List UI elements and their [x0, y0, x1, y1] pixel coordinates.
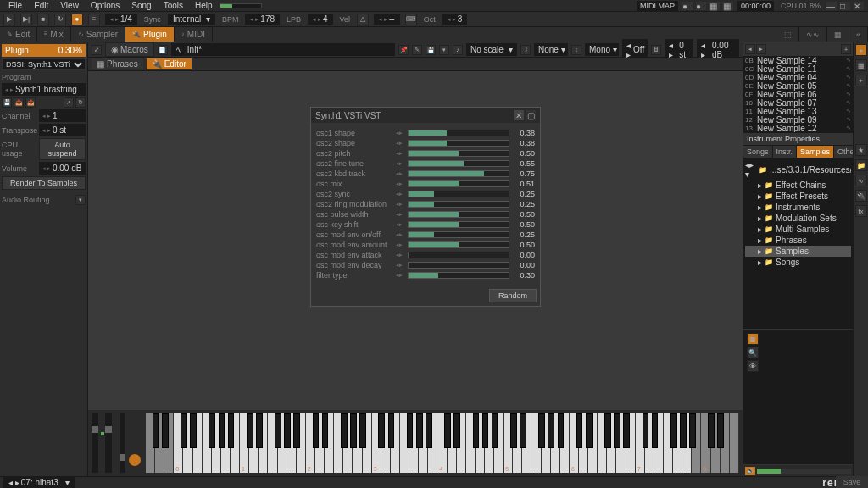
black-key[interactable] [313, 413, 320, 448]
black-key[interactable] [341, 413, 348, 448]
play-button[interactable]: ▶ [3, 14, 15, 25]
black-key[interactable] [604, 413, 611, 448]
tree-item[interactable]: ▸📁Multi-Samples [745, 224, 851, 235]
vel-toggle[interactable]: △ [357, 14, 369, 25]
instrument-dropdown[interactable]: DSSI: Synth1 VSTi VST [2, 58, 86, 70]
channel-value[interactable]: ◂ ▸1 [39, 109, 86, 122]
instrument-row[interactable]: 12New Sample 09∿ [743, 115, 853, 124]
black-key[interactable] [473, 413, 480, 448]
black-key[interactable] [153, 413, 159, 448]
routing-expand-icon[interactable]: ▾ [75, 195, 86, 205]
pin-icon[interactable]: 📌 [398, 45, 409, 55]
black-key[interactable] [219, 413, 225, 448]
tree-path[interactable]: ◂▸ ▾📁...se/3.3.1/Resources/Library/ [745, 159, 851, 180]
menu-song[interactable]: Song [126, 0, 156, 11]
browser-tab-instr[interactable]: Instr. [773, 146, 798, 158]
grid-b-icon[interactable]: ▦ [723, 2, 733, 10]
tree-item[interactable]: ▸📁Effect Chains [745, 180, 851, 191]
black-key[interactable] [689, 413, 696, 448]
tree-item[interactable]: ▸📁Phrases [745, 235, 851, 246]
instrument-row[interactable]: 13New Sample 12∿ [743, 124, 853, 132]
octave-knob-icon[interactable] [129, 454, 141, 466]
plugin-close-icon[interactable]: ✕ [514, 110, 524, 120]
black-key[interactable] [359, 413, 366, 448]
phrases-button[interactable]: ▦Phrases [92, 58, 143, 69]
view-opt-c[interactable]: ▦ [827, 27, 849, 42]
sync-dropdown[interactable]: Internal▾ [168, 14, 215, 25]
param-slider[interactable] [408, 170, 509, 177]
pad-icon-a[interactable]: ▦ [747, 333, 759, 345]
tab-plugin[interactable]: 🔌Plugin [125, 27, 175, 42]
kb-slider-b[interactable] [105, 413, 112, 473]
import-icon[interactable]: 📥 [14, 97, 24, 108]
expand-icon[interactable]: ⤢ [92, 45, 102, 55]
param-slider[interactable] [408, 252, 509, 258]
menu-icon[interactable]: ▾ [439, 45, 449, 55]
param-arrows[interactable]: ◂▸ [396, 140, 404, 147]
play-pattern-button[interactable]: ▶| [20, 14, 32, 25]
black-key[interactable] [388, 413, 395, 448]
minimize-icon[interactable]: — [826, 2, 837, 10]
mode-dropdown[interactable]: Mono▾ [585, 43, 619, 56]
instrument-row[interactable]: 0FNew Sample 06∿ [743, 90, 853, 98]
note-icon[interactable]: ♪ [453, 45, 463, 55]
loop-button[interactable]: ↻ [54, 14, 66, 25]
black-key[interactable] [416, 413, 423, 448]
browser-tab-samples[interactable]: Samples [797, 146, 834, 158]
random-button[interactable]: Random [489, 289, 537, 302]
edit-icon[interactable]: ✎ [412, 45, 422, 55]
black-key[interactable] [256, 413, 263, 448]
black-key[interactable] [247, 413, 253, 448]
view-opt-b[interactable]: ∿∿ [799, 27, 827, 42]
tab-sampler[interactable]: ∿Sampler [71, 27, 125, 42]
param-arrows[interactable]: ◂▸ [396, 231, 404, 238]
view-opt-a[interactable]: ⬚ [777, 27, 799, 42]
plugin-titlebar[interactable]: Synth1 VSTi VST ✕ ▢ [311, 108, 540, 123]
keyboard[interactable]: 012345678 [146, 413, 739, 473]
pad-zoom-icon[interactable]: 🔍 [747, 347, 759, 358]
instr-next-icon[interactable]: ▸ [756, 44, 766, 54]
instrument-row[interactable]: 0CNew Sample 11∿ [743, 64, 853, 73]
instr-add-icon[interactable]: + [841, 44, 851, 54]
mode-icon[interactable]: ↕ [571, 45, 581, 55]
black-key[interactable] [293, 413, 300, 448]
param-slider[interactable] [408, 201, 509, 208]
bpm-value[interactable]: ◂ ▸178 [245, 14, 280, 25]
scale-dropdown[interactable]: No scale▾ [466, 43, 517, 56]
black-key[interactable] [623, 413, 630, 448]
black-key[interactable] [548, 413, 554, 448]
tab-midi[interactable]: ♪MIDI [175, 27, 213, 42]
black-key[interactable] [209, 413, 215, 448]
black-key[interactable] [275, 413, 281, 448]
param-arrows[interactable]: ◂▸ [396, 241, 404, 248]
side-toggle[interactable]: « [849, 27, 868, 42]
grid-a-icon[interactable]: ▦ [709, 2, 720, 10]
black-key[interactable] [350, 413, 357, 448]
black-key[interactable] [181, 413, 187, 448]
black-key[interactable] [482, 413, 489, 448]
black-key[interactable] [228, 413, 235, 448]
kb-slider-a[interactable] [92, 413, 98, 473]
menu-options[interactable]: Options [86, 0, 125, 11]
black-key[interactable] [708, 413, 715, 448]
param-slider[interactable] [408, 191, 509, 197]
black-key[interactable] [453, 413, 460, 448]
key-icon[interactable]: ♩ [520, 45, 531, 55]
instrument-list[interactable]: 0BNew Sample 14∿0CNew Sample 11∿0DNew Sa… [743, 56, 853, 132]
param-arrows[interactable]: ◂▸ [396, 252, 404, 258]
black-key[interactable] [670, 413, 677, 448]
pattern-frac[interactable]: ◂ ▸1/4 [105, 14, 137, 25]
param-arrows[interactable]: ◂▸ [396, 130, 404, 136]
side-add-icon[interactable]: + [855, 75, 867, 86]
side-wave-icon[interactable]: ∿ [855, 175, 867, 186]
black-key[interactable] [586, 413, 593, 448]
black-key[interactable] [407, 413, 414, 448]
param-slider[interactable] [408, 262, 509, 269]
instrument-row[interactable]: 10New Sample 07∿ [743, 98, 853, 107]
tree-item[interactable]: ▸📁Modulation Sets [745, 213, 851, 224]
param-arrows[interactable]: ◂▸ [396, 150, 404, 157]
kbd-icon[interactable]: ⌨ [405, 14, 417, 25]
param-arrows[interactable]: ◂▸ [396, 160, 404, 167]
transpose-value[interactable]: ◂ ▸0 st [39, 124, 86, 136]
menu-tools[interactable]: Tools [159, 0, 188, 11]
